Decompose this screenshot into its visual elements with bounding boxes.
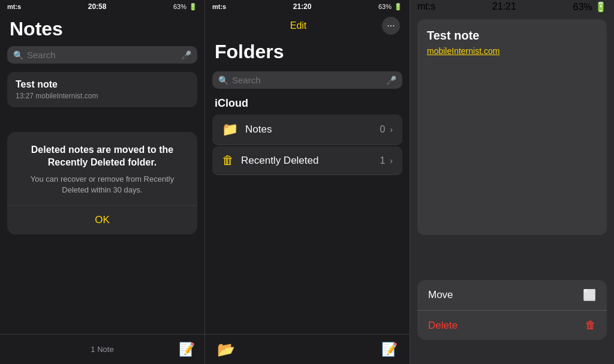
search-icon-2: 🔍 [218,76,228,85]
folder-name-recently-deleted: Recently Deleted [241,155,380,167]
icloud-header: iCloud [205,92,410,112]
status-bar-3: mt:s 21:21 63% 🔋 [410,0,614,13]
notes-title: Notes [0,13,204,43]
ellipsis-button[interactable]: ··· [382,17,400,35]
delete-icon: 🗑 [585,319,596,332]
status-right-3: 63% 🔋 [573,1,607,13]
notes-panel: mt:s 20:58 63% 🔋 Notes 🔍 🎤 Test note 13:… [0,0,205,364]
folders-bottom-bar: 📂 📝 [205,334,410,364]
mic-icon-2[interactable]: 🎤 [386,76,396,85]
detail-note-link[interactable]: mobileInternist.com [427,46,597,56]
folders-search-input[interactable] [232,75,383,85]
context-menu-delete[interactable]: Delete 🗑 [417,310,607,340]
note-count: 1 Note [71,345,133,354]
note-title: Test note [16,79,189,90]
dialog-ok-button[interactable]: OK [17,206,188,234]
status-time-2: 21:20 [293,2,312,11]
folder-icon-notes: 📁 [222,122,238,137]
notes-bottom-bar: 1 Note 📝 [0,334,204,364]
note-list-item[interactable]: Test note 13:27 mobileInternist.com [7,72,197,107]
folder-item-recently-deleted[interactable]: 🗑 Recently Deleted 1 › [212,146,402,175]
folder-count-notes: 0 [380,124,385,135]
detail-note-title: Test note [427,29,597,43]
folders-panel: mt:s 21:20 63% 🔋 Edit ··· Folders 🔍 🎤 iC… [205,0,410,364]
chevron-icon-recently-deleted: › [390,156,393,166]
status-time-1: 20:58 [88,2,107,11]
delete-dialog: Deleted notes are moved to the Recently … [7,132,197,234]
status-right-2: 63% 🔋 [378,3,402,11]
status-left-1: mt:s [7,3,21,10]
move-icon: ⬜ [583,288,596,302]
folders-header: Edit ··· [205,13,410,38]
battery-icon-3: 🔋 [595,2,607,12]
move-label: Move [428,289,453,301]
status-time-3: 21:21 [492,1,516,12]
note-meta: 13:27 mobileInternist.com [16,92,189,100]
battery-icon-1: 🔋 [189,3,197,11]
dialog-title: Deleted notes are moved to the Recently … [17,144,188,169]
compose-icon-2[interactable]: 📝 [381,342,398,357]
battery-text-2: 63% [378,3,392,10]
search-icon-1: 🔍 [13,50,23,60]
note-detail-card: Test note mobileInternist.com [417,19,607,235]
edit-button[interactable]: Edit [290,20,307,31]
battery-icon-2: 🔋 [394,3,402,11]
dialog-body: You can recover or remove from Recently … [17,174,188,195]
folder-list: 📁 Notes 0 › 🗑 Recently Deleted 1 › [205,115,410,176]
battery-text-1: 63% [173,3,186,10]
notes-search-input[interactable] [27,50,177,60]
status-left-2: mt:s [212,3,226,10]
chevron-icon-notes: › [390,125,393,134]
folder-count-recently-deleted: 1 [380,155,385,166]
folders-search-bar[interactable]: 🔍 🎤 [212,71,402,89]
compose-icon-1[interactable]: 📝 [179,342,195,357]
delete-label: Delete [428,320,458,332]
trash-icon-recently-deleted: 🗑 [222,154,234,167]
notes-search-bar[interactable]: 🔍 🎤 [7,46,197,64]
status-bar-2: mt:s 21:20 63% 🔋 [205,0,410,13]
context-menu: Move ⬜ Delete 🗑 [417,280,607,340]
status-bar-1: mt:s 20:58 63% 🔋 [0,0,204,13]
folder-name-notes: Notes [245,124,380,136]
context-menu-move[interactable]: Move ⬜ [417,280,607,310]
status-right-1: 63% 🔋 [173,3,197,11]
mic-icon-1[interactable]: 🎤 [181,50,191,60]
new-folder-icon[interactable]: 📂 [217,341,235,358]
detail-panel: mt:s 21:21 63% 🔋 Test note mobileInterni… [410,0,614,364]
battery-text-3: 63% [573,2,592,12]
folder-item-notes[interactable]: 📁 Notes 0 › [212,115,402,145]
folders-title: Folders [205,38,410,68]
status-left-3: mt:s [417,1,435,12]
